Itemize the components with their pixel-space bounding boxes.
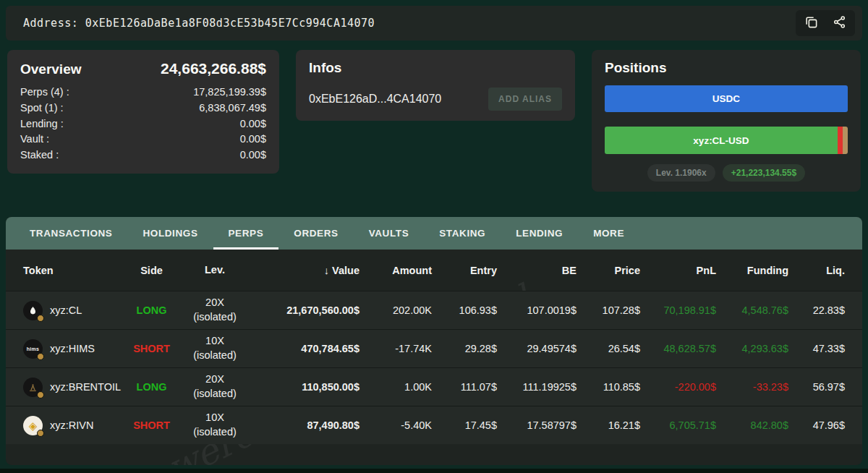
- perps-table: Token Side Lev. ↓ Value Amount Entry BE …: [6, 250, 862, 444]
- overview-row-value: 0.00$: [240, 148, 266, 163]
- column-header-value[interactable]: ↓ Value: [251, 265, 359, 276]
- tab-more[interactable]: MORE: [578, 217, 639, 250]
- overview-row-value: 0.00$: [240, 132, 266, 148]
- position-leverage: 10X (isolated): [179, 334, 251, 362]
- overview-row-value: 17,825,199.39$: [193, 85, 266, 101]
- add-alias-button[interactable]: ADD ALIAS: [488, 88, 562, 111]
- copy-address-button[interactable]: [803, 14, 820, 33]
- share-icon: [833, 15, 846, 31]
- position-bar-cl-usd[interactable]: xyz:CL-USD: [605, 127, 848, 154]
- entry-price: 17.45$: [432, 419, 497, 431]
- tab-lending[interactable]: LENDING: [501, 217, 578, 250]
- position-side: SHORT: [124, 419, 179, 431]
- column-header-lev[interactable]: Lev.: [179, 263, 251, 278]
- overview-row-value: 0.00$: [240, 116, 266, 132]
- liquidation-price: 22.83$: [788, 304, 845, 316]
- copy-icon: [804, 15, 818, 31]
- hims-token-icon: hims: [23, 339, 43, 359]
- overview-row-perps: Perps (4) : 17,825,199.39$: [20, 85, 266, 101]
- pnl-value: 6,705.71$: [640, 419, 716, 431]
- overview-row-label: Vault :: [20, 132, 49, 148]
- position-amount: 1.00K: [359, 381, 432, 393]
- breakeven-price: 107.0019$: [497, 304, 576, 316]
- column-header-value-label: Value: [332, 265, 359, 276]
- column-header-price[interactable]: Price: [576, 265, 640, 276]
- table-row-hims[interactable]: hims xyz:HIMS SHORT 10X (isolated) 470,7…: [6, 329, 862, 367]
- tab-staking[interactable]: STAKING: [424, 217, 501, 250]
- pnl-value: 70,198.91$: [640, 304, 716, 316]
- position-leverage: 20X (isolated): [179, 296, 251, 324]
- position-value: 21,670,560.00$: [251, 304, 359, 316]
- tab-orders[interactable]: ORDERS: [278, 217, 353, 250]
- column-header-side[interactable]: Side: [124, 265, 179, 276]
- margin-mode: (isolated): [193, 426, 237, 438]
- liquidation-price: 47.96$: [788, 419, 845, 431]
- table-section: TRANSACTIONS HOLDINGS PERPS ORDERS VAULT…: [6, 217, 862, 465]
- overview-row-vault: Vault : 0.00$: [20, 132, 266, 148]
- positions-title: Positions: [605, 60, 667, 75]
- share-address-button[interactable]: [831, 14, 848, 33]
- overview-title: Overview: [20, 61, 82, 77]
- overview-total-value: 24,663,266.88$: [161, 60, 266, 77]
- address-actions: [796, 10, 855, 36]
- table-row-cl[interactable]: xyz:CL LONG 20X (isolated) 21,670,560.00…: [6, 291, 862, 329]
- overview-row-label: Spot (1) :: [20, 101, 64, 116]
- current-price: 107.28$: [576, 304, 640, 316]
- position-amount: -5.40K: [359, 419, 432, 431]
- margin-mode: (isolated): [193, 388, 237, 399]
- positions-card: Positions USDC xyz:CL-USD Lev. 1.1906x +…: [592, 50, 861, 192]
- leverage-value: 10X: [205, 335, 224, 346]
- column-header-liq[interactable]: Liq.: [788, 265, 845, 276]
- column-header-be[interactable]: BE: [497, 265, 576, 276]
- chain-mini-badge: [37, 353, 44, 360]
- tab-vaults[interactable]: VAULTS: [354, 217, 425, 250]
- position-amount: 202.00K: [359, 304, 432, 316]
- funding-value: -33.23$: [716, 381, 788, 393]
- position-segment-loss: [838, 127, 843, 154]
- leverage-badge: Lev. 1.1906x: [647, 164, 715, 182]
- tab-holdings[interactable]: HOLDINGS: [127, 217, 213, 250]
- position-bar-label: xyz:CL-USD: [693, 135, 749, 146]
- overview-row-label: Lending :: [20, 116, 64, 132]
- table-row-brentoil[interactable]: xyz:BRENTOIL LONG 20X (isolated) 110,850…: [6, 367, 862, 406]
- margin-mode: (isolated): [193, 311, 237, 323]
- tab-bar: TRANSACTIONS HOLDINGS PERPS ORDERS VAULT…: [6, 217, 862, 250]
- column-header-entry[interactable]: Entry: [432, 265, 497, 276]
- pnl-value: -220.00$: [640, 381, 716, 393]
- column-header-funding[interactable]: Funding: [716, 265, 788, 276]
- position-side: LONG: [124, 304, 179, 316]
- position-bar-usdc[interactable]: USDC: [605, 85, 848, 112]
- table-row-rivn[interactable]: ◈ xyz:RIVN SHORT 10X (isolated) 87,490.8…: [6, 406, 862, 444]
- overview-row-label: Perps (4) :: [20, 85, 69, 101]
- short-address: 0xEbE126aD...4CA14070: [309, 93, 441, 106]
- funding-value: 4,293.63$: [716, 343, 788, 354]
- column-header-token[interactable]: Token: [23, 265, 124, 276]
- position-bar-label: USDC: [712, 93, 740, 104]
- pnl-badge: +21,223,134.55$: [723, 164, 805, 182]
- current-price: 110.85$: [576, 381, 640, 393]
- explorer-page: Address: 0xEbE126aDaBe1a8F08d3cE53b45E7C…: [0, 0, 868, 473]
- liquidation-price: 47.33$: [788, 343, 845, 354]
- sort-descending-icon: ↓: [324, 265, 329, 276]
- position-side: SHORT: [124, 343, 179, 354]
- token-name: xyz:RIVN: [50, 419, 93, 431]
- position-value: 87,490.80$: [251, 419, 359, 431]
- overview-row-staked: Staked : 0.00$: [20, 148, 266, 163]
- position-segment-long: xyz:CL-USD: [605, 127, 838, 154]
- breakeven-price: 111.19925$: [497, 381, 576, 393]
- column-header-pnl[interactable]: PnL: [640, 265, 716, 276]
- position-amount: -17.74K: [359, 343, 432, 354]
- tab-transactions[interactable]: TRANSACTIONS: [14, 217, 127, 250]
- chain-mini-badge: [37, 430, 44, 437]
- overview-row-label: Staked :: [20, 148, 59, 163]
- position-segment-margin: [843, 127, 848, 154]
- pnl-value: 48,628.57$: [640, 343, 716, 354]
- tab-perps[interactable]: PERPS: [213, 217, 279, 250]
- overview-row-spot: Spot (1) : 6,838,067.49$: [20, 101, 266, 116]
- column-header-amount[interactable]: Amount: [359, 265, 432, 276]
- funding-value: 4,548.76$: [716, 304, 788, 316]
- summary-cards-row: Overview 24,663,266.88$ Perps (4) : 17,8…: [7, 50, 861, 192]
- brentoil-token-icon: [23, 378, 43, 397]
- infos-title: Infos: [309, 60, 341, 75]
- position-side: LONG: [124, 381, 179, 393]
